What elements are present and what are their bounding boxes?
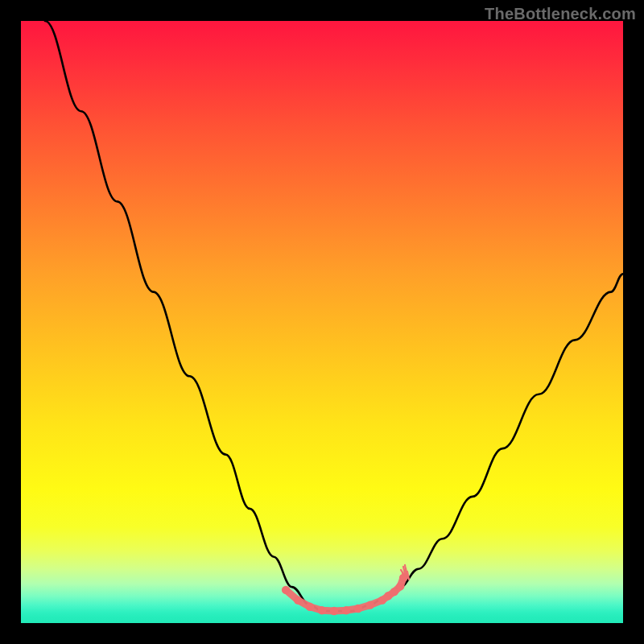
peak-marker (318, 606, 326, 614)
peak-marker (366, 601, 374, 609)
bottleneck-curve (45, 21, 623, 611)
peak-marker (342, 606, 350, 614)
peak-marker (294, 596, 302, 604)
bottleneck-curve-path (45, 21, 623, 611)
plot-area (21, 21, 623, 623)
peak-marker (330, 607, 338, 615)
peak-marker (282, 586, 290, 594)
peak-marker (306, 603, 314, 611)
peak-marker (354, 605, 362, 613)
peak-markers (282, 565, 409, 615)
chart-frame: TheBottleneck.com (0, 0, 644, 644)
peak-marker (396, 582, 404, 590)
chart-svg (21, 21, 623, 623)
